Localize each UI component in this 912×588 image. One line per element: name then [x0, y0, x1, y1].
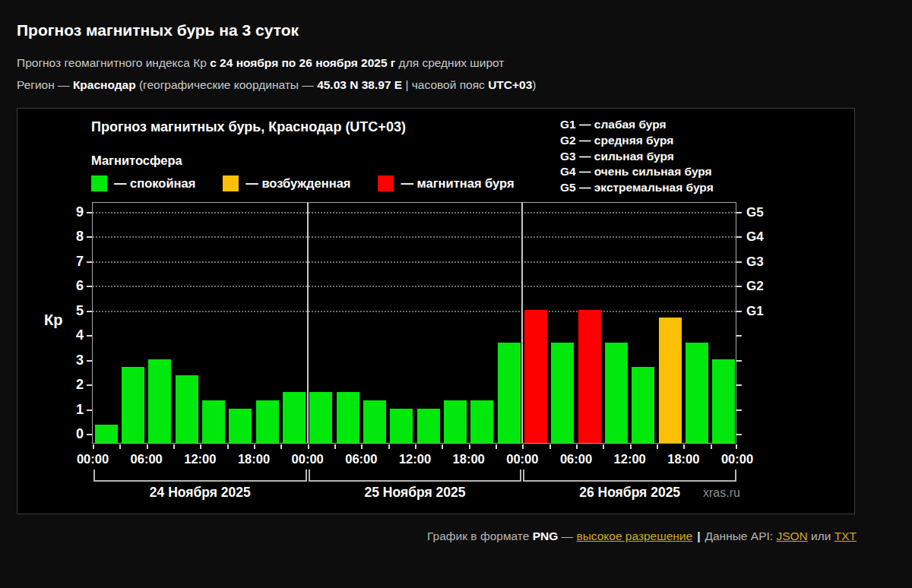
y-axis-tick [87, 311, 92, 312]
excited-color-swatch [223, 175, 239, 191]
x-axis-tick [119, 444, 121, 449]
page-title: Прогноз магнитных бурь на 3 суток [17, 21, 299, 40]
region-line: Регион — Краснодар (географические коорд… [17, 78, 536, 92]
kp-bar [176, 375, 198, 443]
kp-bar [417, 409, 440, 444]
json-api-link[interactable]: JSON [776, 530, 807, 542]
x-axis-tick [576, 444, 578, 449]
y-axis-tick-right [736, 384, 742, 386]
kp-bar [605, 343, 628, 443]
x-axis-tick [736, 444, 737, 449]
x-axis-tick [334, 444, 336, 449]
y-axis-tick-right [736, 286, 742, 287]
legend-label-quiet: — спокойная [114, 176, 195, 191]
y-axis-tick-label: 5 [59, 303, 84, 319]
day-bracket [523, 469, 736, 482]
x-axis-tick [254, 444, 255, 449]
g3-legend-line: G3 — сильная буря [560, 149, 714, 165]
g1-legend-line: G1 — слабая буря [560, 117, 714, 133]
kp-bar [122, 367, 144, 443]
x-axis-tick-label: 12:00 [173, 452, 227, 466]
x-axis-tick [603, 444, 604, 449]
forecast-subtitle: Прогноз геомагнитного индекса Кр с 24 но… [17, 56, 504, 70]
kp-bar [363, 400, 386, 443]
kp-bar [229, 409, 252, 444]
y-axis-tick [87, 261, 92, 263]
x-axis-tick [93, 444, 94, 449]
g-axis-label-g1: G1 [746, 304, 764, 319]
magnetosphere-legend: — спокойная — возбужденная — магнитная б… [91, 175, 542, 191]
legend-item-storm: — магнитная буря [378, 175, 514, 191]
gridline-level-8 [93, 236, 736, 238]
x-axis-tick [522, 444, 524, 449]
y-axis-tick [87, 434, 92, 435]
y-axis-tick [87, 335, 92, 337]
g-axis-label-g2: G2 [746, 279, 764, 294]
y-axis-tick-label: 1 [59, 402, 84, 418]
day-divider [307, 203, 309, 443]
kp-bar [470, 400, 493, 443]
x-axis-tick [549, 444, 551, 449]
y-axis-tick-label: 6 [59, 278, 84, 294]
y-axis-tick-label: 0 [59, 426, 84, 442]
x-axis-tick [147, 444, 148, 449]
kp-bar [148, 359, 171, 444]
kp-bar [659, 318, 682, 443]
gridline-level-5 [93, 311, 736, 312]
y-axis-tick [87, 409, 92, 411]
kp-bar [578, 310, 601, 444]
legend-item-quiet: — спокойная [91, 175, 195, 191]
x-axis-tick [280, 444, 282, 449]
kp-bar [551, 343, 574, 443]
plot-area: Кр 0123456789G1G2G3G4G500:0006:0012:0018… [92, 202, 736, 444]
subtitle-dates: с 24 ноября по 26 ноября 2025 г [210, 56, 395, 69]
x-axis-tick-label: 18:00 [442, 452, 496, 466]
region-timezone: UTC+03 [488, 78, 532, 91]
y-axis-tick [87, 236, 92, 238]
x-axis-tick [227, 444, 229, 449]
kp-bar [498, 343, 521, 443]
kp-bar [309, 392, 332, 443]
kp-bar [524, 310, 547, 444]
x-axis-tick [657, 444, 658, 449]
kp-bar [202, 400, 225, 443]
y-axis-tick-right [736, 360, 742, 362]
y-axis-tick-right [736, 409, 742, 411]
y-axis-tick-label: 7 [59, 254, 84, 270]
x-axis-tick-label: 00:00 [65, 452, 120, 466]
y-axis-tick-label: 3 [59, 352, 84, 368]
x-axis-tick [173, 444, 175, 449]
x-axis-tick-label: 00:00 [710, 452, 765, 466]
y-axis-tick-right [736, 434, 742, 435]
y-axis-tick [87, 384, 92, 386]
legend-label-excited: — возбужденная [245, 176, 350, 191]
g-axis-label-g3: G3 [746, 254, 764, 270]
x-axis-tick-label: 06:00 [334, 452, 388, 466]
y-axis-tick-right [736, 261, 742, 263]
quiet-color-swatch [91, 175, 107, 191]
png-format-label: PNG [533, 530, 559, 542]
storm-color-swatch [378, 175, 394, 191]
kp-bar [390, 409, 413, 444]
high-resolution-link[interactable]: высокое разрешение [576, 530, 692, 542]
kp-bar [256, 400, 279, 443]
y-axis-tick-label: 9 [59, 204, 84, 220]
txt-api-link[interactable]: TXT [834, 530, 857, 542]
y-axis-tick [87, 286, 92, 287]
x-axis-tick [361, 444, 363, 449]
subtitle-pre: Прогноз геомагнитного индекса Кр [17, 56, 210, 69]
day-bracket [309, 469, 522, 482]
region-name: Краснодар [73, 78, 136, 91]
y-axis-tick [87, 212, 92, 213]
day-date-label: 24 Ноября 2025 [93, 485, 308, 501]
x-axis-tick-label: 00:00 [280, 452, 335, 466]
x-axis-tick [442, 444, 443, 449]
legend-item-excited: — возбужденная [223, 175, 350, 191]
x-axis-tick [415, 444, 416, 449]
x-axis-tick [200, 444, 201, 449]
x-axis-tick-label: 12:00 [603, 452, 657, 466]
x-axis-tick [388, 444, 390, 449]
y-axis-tick-right [736, 236, 742, 238]
x-axis-tick-label: 06:00 [549, 452, 603, 466]
x-axis-tick [308, 444, 309, 449]
